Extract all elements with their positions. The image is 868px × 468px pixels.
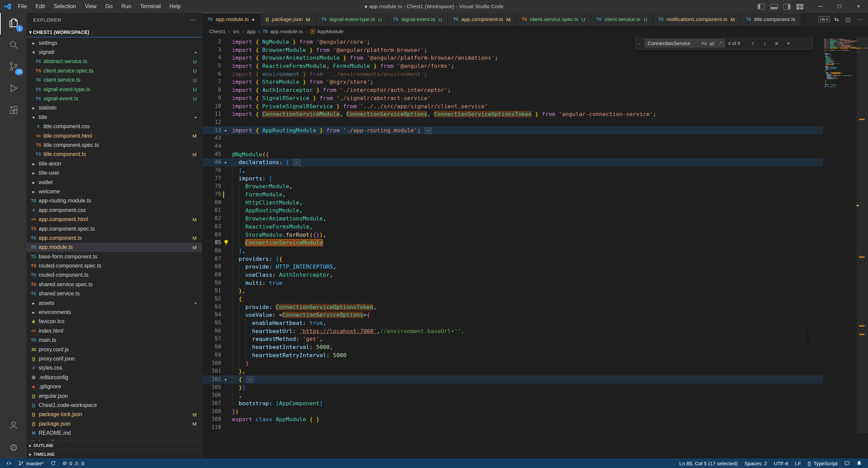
lightbulb-icon[interactable] [223, 239, 229, 246]
tree-file-tsconfig.app.json[interactable]: {}tsconfig.app.json [26, 438, 202, 441]
breadcrumb-item-AppModule[interactable]: AppModule [310, 28, 343, 35]
tree-file-base-form.component.ts[interactable]: TSbase-form.component.ts [26, 252, 202, 261]
code-line-7[interactable]: 7import { StoreModule } from '@ngrx/stor… [202, 78, 823, 86]
find-next-icon[interactable]: ↓ [760, 39, 769, 48]
tree-file-app.component.html[interactable]: <>app.component.htmlM [26, 215, 202, 224]
fold-chevron-icon[interactable]: ▸ [221, 158, 231, 167]
activity-search[interactable] [0, 35, 26, 56]
action-more-actions[interactable]: ⋯ [854, 14, 865, 24]
code-line-98[interactable]: 98heartbeatInterval: 5000, [202, 343, 823, 351]
workspace-section-header[interactable]: ▾ CHEST1 (WORKSPACE) [26, 27, 202, 37]
breadcrumb-item-app.module.ts[interactable]: TSapp.module.ts [263, 28, 303, 35]
activity-explorer[interactable]: 1 [0, 13, 26, 35]
status-remote[interactable] [3, 459, 15, 468]
status-feedback[interactable] [841, 459, 853, 468]
status-indentation[interactable]: Spaces: 2 [741, 459, 770, 468]
action-hex-editor[interactable]: HEX [818, 16, 830, 22]
code-line-110[interactable]: 110 [202, 424, 823, 432]
tab-client.service.ts[interactable]: TSclient.service.tsU [591, 13, 653, 26]
menu-help[interactable]: Help [165, 0, 185, 13]
code-line-79[interactable]: 79FormsModule, [202, 191, 823, 199]
code-line-102[interactable]: 102▸{⋯ [202, 375, 823, 384]
code-line-96[interactable]: 96heartbeatUrl: 'https://locahost:7000',… [202, 327, 823, 335]
tree-folder-title-anon[interactable]: ▸title-anon [26, 159, 202, 168]
tree-file-app-routing.module.ts[interactable]: TSapp-routing.module.ts [26, 196, 202, 206]
tree-file-app.component.spec.ts[interactable]: TSapp.component.spec.ts [26, 224, 202, 233]
code-line-94[interactable]: 94useValue: <ConnectionServiceOptions>{ [202, 311, 823, 319]
tree-folder-wallet[interactable]: ▸wallet [26, 178, 202, 187]
find-previous-icon[interactable]: ↑ [748, 39, 757, 48]
regex-icon[interactable]: .* [716, 40, 724, 47]
scrollbar-thumb[interactable] [856, 37, 868, 433]
code-line-8[interactable]: 8import { AuthInterceptor } from './inte… [202, 86, 823, 94]
minimize-button[interactable]: ─ [811, 0, 830, 13]
code-line-100[interactable]: 100} [202, 359, 823, 368]
code-line-13[interactable]: 13▸import { AppRoutingModule } from './a… [202, 126, 823, 135]
fold-chevron-icon[interactable]: ▸ [221, 375, 231, 384]
menu-selection[interactable]: Selection [49, 0, 80, 13]
status-git-branch[interactable]: master* [15, 459, 47, 468]
tab-notifications.component.ts[interactable]: TSnotifications.component.tsM [653, 13, 741, 26]
code-line-4[interactable]: 4import { BrowserAnimationsModule } from… [202, 54, 823, 62]
menu-go[interactable]: Go [101, 0, 117, 13]
tree-file-.gitignore[interactable]: ◆.gitignore [26, 382, 202, 391]
code-line-108[interactable]: 108}) [202, 408, 823, 416]
code-editor[interactable]: 2import { NgModule } from '@angular/core… [202, 38, 823, 432]
tree-file-app.component.ts[interactable]: TSapp.component.tsM [26, 233, 202, 242]
tab-app.module.ts[interactable]: TSapp.module.ts● [202, 13, 260, 26]
activity-account[interactable] [0, 415, 26, 437]
code-line-46[interactable]: 46▸declarations: [⋯ [202, 158, 823, 167]
tree-file-main.ts[interactable]: TSmain.ts [26, 336, 202, 345]
overview-ruler[interactable] [855, 37, 868, 459]
tree-file-abstract-service.ts[interactable]: TSabstract-service.tsU [26, 57, 202, 66]
tree-file-routed-component.spec.ts[interactable]: TSrouted-component.spec.ts [26, 261, 202, 270]
tab-app.component.ts[interactable]: TSapp.component.tsM [448, 13, 516, 26]
tree-folder-assets[interactable]: ▸assets● [26, 298, 202, 308]
tab-signal-event.ts[interactable]: TSsignal-event.tsU [388, 13, 448, 26]
minimap[interactable] [823, 37, 855, 459]
breadcrumb-item-Chest1[interactable]: Chest1 [209, 28, 225, 35]
activity-extensions[interactable] [0, 100, 26, 121]
code-line-90[interactable]: 90multi: true [202, 279, 823, 287]
code-line-85[interactable]: 85ConnectionServiceModule [202, 239, 823, 247]
tree-folder-statistic[interactable]: ▸statistic [26, 103, 202, 113]
code-line-106[interactable]: 106, [202, 391, 823, 399]
code-line-88[interactable]: 88provide: HTTP_INTERCEPTORS, [202, 263, 823, 271]
code-line-83[interactable]: 83ReactiveFormsModule, [202, 223, 823, 231]
tree-file-shared.service.ts[interactable]: TSshared.service.ts [26, 289, 202, 298]
code-line-107[interactable]: 107bootstrap: [AppComponent] [202, 399, 823, 408]
tree-file-package-lock.json[interactable]: {}package-lock.jsonM [26, 410, 202, 419]
menu-run[interactable]: Run [117, 0, 136, 13]
activity-settings[interactable]: ⚙ [0, 437, 26, 459]
tree-file-title.component.ts[interactable]: TStitle.component.tsM [26, 150, 202, 159]
tab-client.service.spec.ts[interactable]: TSclient.service.spec.tsU [516, 13, 591, 26]
tree-file-client.service.ts[interactable]: TSclient.service.tsU [26, 76, 202, 85]
tree-file-title.component.html[interactable]: <>title.component.htmlM [26, 131, 202, 140]
tree-file-proxy.conf.js[interactable]: JSproxy.conf.js [26, 345, 202, 354]
code-line-87[interactable]: 87providers: [{ [202, 255, 823, 263]
find-input[interactable]: ConnectionService Aa ab .* [645, 39, 725, 48]
action-split-editor[interactable]: ◫ [843, 14, 853, 24]
code-line-91[interactable]: 91}, [202, 287, 823, 295]
customize-layout-icon[interactable] [796, 4, 804, 9]
status-sync[interactable] [47, 459, 59, 468]
code-line-45[interactable]: 45@NgModule({ [202, 151, 823, 159]
tree-file-app.module.ts[interactable]: TSapp.module.tsM [26, 243, 202, 252]
code-line-99[interactable]: 99heartbeatRetryInterval: 5000 [202, 351, 823, 359]
tree-file-client.service.spec.ts[interactable]: TSclient.service.spec.tsU [26, 66, 202, 75]
breadcrumb-item-app[interactable]: app [247, 28, 256, 35]
tab-title.component.ts[interactable]: TStitle.component.ts [741, 13, 801, 26]
tree-folder-title-user[interactable]: ▸title-user [26, 168, 202, 177]
status-encoding[interactable]: UTF-8 [770, 459, 792, 468]
code-line-12[interactable]: 12 [202, 118, 823, 126]
folded-region-ellipsis[interactable]: ⋯ [293, 159, 301, 166]
breadcrumb-item-src[interactable]: src [233, 28, 240, 35]
whole-word-icon[interactable]: ab [708, 40, 716, 47]
folded-region-ellipsis[interactable]: ⋯ [246, 376, 254, 383]
status-notifications[interactable] [853, 459, 865, 468]
tree-folder-welcome[interactable]: ▸welcome [26, 187, 202, 196]
code-line-92[interactable]: 92{ [202, 295, 823, 303]
code-line-81[interactable]: 81AppRoutingModule, [202, 207, 823, 215]
tree-file-.editorconfig[interactable]: ⚙.editorconfig [26, 373, 202, 382]
tree-folder-signalr[interactable]: ▾signalr● [26, 47, 202, 57]
